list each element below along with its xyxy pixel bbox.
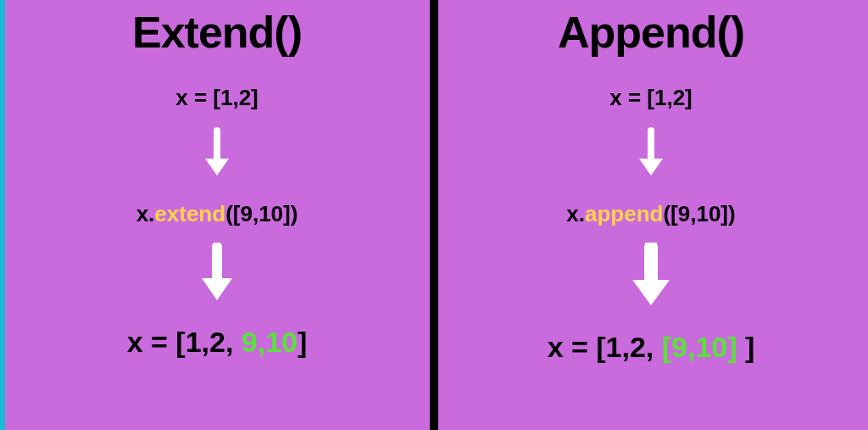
extend-result-added: 9,10 — [242, 326, 298, 358]
arrow-down-icon — [634, 126, 668, 177]
svg-marker-3 — [202, 278, 232, 300]
extend-panel: Extend() x = [1,2] x.extend([9,10]) x = … — [0, 0, 434, 430]
svg-marker-5 — [639, 159, 663, 176]
svg-marker-7 — [632, 280, 670, 305]
append-result-added: [9,10] — [662, 331, 737, 363]
append-op-args: ([9,10]) — [663, 201, 735, 226]
extend-result-code: x = [1,2, 9,10] — [127, 326, 308, 359]
append-result-code: x = [1,2, [9,10] ] — [548, 331, 755, 364]
arrow-down-icon — [629, 243, 673, 307]
extend-initial-code: x = [1,2] — [175, 85, 259, 111]
extend-op-method: extend — [154, 201, 225, 226]
append-operation-code: x.append([9,10]) — [566, 201, 735, 227]
append-result-prefix: x = [1,2, — [548, 331, 662, 363]
extend-result-suffix: ] — [298, 326, 307, 358]
arrow-down-icon — [198, 243, 236, 302]
append-title: Append() — [558, 7, 744, 58]
extend-operation-code: x.extend([9,10]) — [136, 201, 298, 227]
append-result-suffix: ] — [737, 331, 755, 363]
append-op-prefix: x. — [566, 201, 585, 226]
svg-marker-1 — [205, 159, 229, 176]
append-op-method: append — [585, 201, 663, 226]
append-panel: Append() x = [1,2] x.append([9,10]) x = … — [434, 0, 868, 430]
extend-title: Extend() — [132, 7, 302, 58]
append-initial-code: x = [1,2] — [609, 85, 693, 111]
extend-op-prefix: x. — [136, 201, 155, 226]
extend-result-prefix: x = [1,2, — [127, 326, 242, 358]
arrow-down-icon — [200, 126, 234, 177]
extend-op-args: ([9,10]) — [225, 201, 298, 226]
